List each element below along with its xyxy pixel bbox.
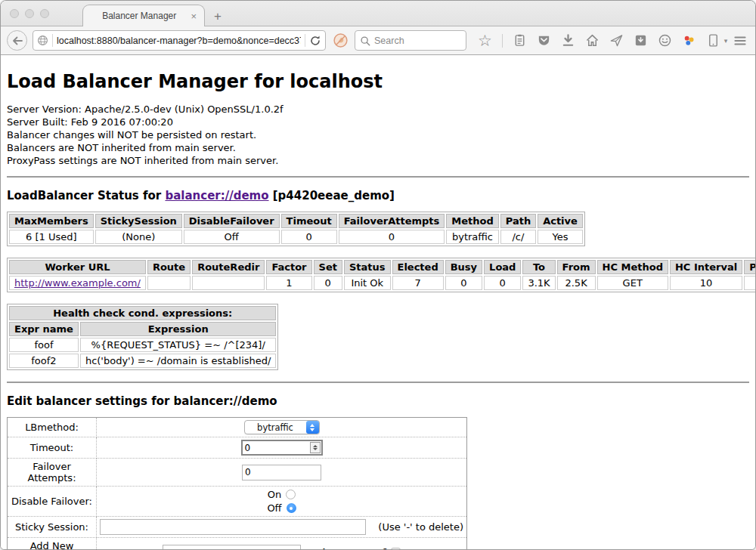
search-bar[interactable]: Search <box>355 30 466 51</box>
col-from: From <box>557 260 596 274</box>
proxypass-notice-line: ProxyPass settings are NOT inherited fro… <box>7 154 749 167</box>
cell-to: 3.1K <box>522 276 555 290</box>
search-icon <box>360 36 370 46</box>
device-tablet-icon[interactable] <box>706 33 720 48</box>
col-routeredir: RouteRedir <box>192 260 265 274</box>
worker-url-link[interactable]: http://www.example.com/ <box>14 277 141 289</box>
back-button[interactable] <box>7 30 27 51</box>
col-expr-name: Expr name <box>9 322 79 336</box>
table-header-row: Expr name Expression <box>9 322 276 336</box>
sticky-session-input[interactable] <box>100 519 366 535</box>
new-tab-button[interactable]: + <box>205 10 231 26</box>
tab-close-icon[interactable]: × <box>189 11 198 21</box>
lbmethod-label: LBmethod: <box>8 418 97 437</box>
pocket-icon[interactable] <box>537 33 551 48</box>
health-table-title: Health check cond. expressions: <box>9 306 276 320</box>
add-new-worker-input[interactable] <box>163 545 301 550</box>
table-title-row: Health check cond. expressions: <box>9 306 276 320</box>
are-you-sure-group: Are you sure? <box>321 546 401 550</box>
send-plane-icon[interactable] <box>609 33 624 48</box>
timeout-input[interactable]: 0 <box>241 440 323 456</box>
form-row-lbmethod: LBmethod: bytraffic <box>8 418 467 437</box>
form-row-sticky-session: Sticky Session: (Use '-' to delete) <box>8 517 467 538</box>
cell-method: bytraffic <box>446 230 498 244</box>
cell-worker-url: http://www.example.com/ <box>9 276 146 290</box>
cell-routeredir <box>192 276 265 290</box>
url-bar[interactable]: localhost:8880/balancer-manager?b=demo&n… <box>33 30 326 51</box>
minimize-window-button[interactable] <box>25 9 34 18</box>
inherit-notice-line: Balancers are NOT inherited from main se… <box>7 141 749 154</box>
reading-list-icon[interactable] <box>513 33 527 48</box>
col-active: Active <box>538 214 583 228</box>
add-new-worker-label: Add New Worker: <box>8 538 97 550</box>
col-disablefailover: DisableFailover <box>184 214 280 228</box>
downloads-icon[interactable] <box>561 33 575 48</box>
cell-status: Init Ok <box>344 276 391 290</box>
server-version-line: Server Version: Apache/2.5.0-dev (Unix) … <box>7 103 749 116</box>
balancer-demo-link[interactable]: balancer://demo <box>165 189 268 202</box>
toolbar-separator <box>502 34 503 48</box>
cell-set: 0 <box>314 276 342 290</box>
zoom-window-button[interactable] <box>40 9 49 18</box>
server-built-line: Server Built: Feb 9 2016 07:00:20 <box>7 116 749 128</box>
form-row-timeout: Timeout: 0 <box>8 437 467 459</box>
cell-hc-interval: 10 <box>670 276 742 290</box>
disable-failover-off-radio[interactable] <box>287 503 296 513</box>
failover-attempts-input[interactable] <box>242 465 321 480</box>
back-arrow-icon <box>11 35 23 47</box>
cell-path: /c/ <box>500 230 536 244</box>
col-route: Route <box>147 260 191 274</box>
reload-icon[interactable] <box>309 35 321 47</box>
content-blocker-icon[interactable] <box>331 32 349 50</box>
window-controls <box>10 9 49 18</box>
table-row: 6 [1 Used] (None) Off 0 0 bytraffic /c/ … <box>9 230 583 244</box>
cell-elected: 7 <box>392 276 444 290</box>
cell-factor: 1 <box>266 276 311 290</box>
select-stepper-icon <box>306 421 319 434</box>
page-title: Load Balancer Manager for localhost <box>7 71 749 92</box>
col-stickysession: StickySession <box>95 214 182 228</box>
lbmethod-select[interactable]: bytraffic <box>244 420 320 434</box>
col-maxmembers: MaxMembers <box>9 214 94 228</box>
search-placeholder: Search <box>374 36 404 46</box>
navigation-toolbar: localhost:8880/balancer-manager?b=demo&n… <box>1 26 755 55</box>
feedback-smiley-icon[interactable] <box>658 33 672 48</box>
menu-hamburger-icon[interactable] <box>733 33 748 48</box>
col-method: Method <box>446 214 498 228</box>
col-set: Set <box>314 260 342 274</box>
status-heading: LoadBalancer Status for balancer://demo … <box>7 189 749 202</box>
cell-busy: 0 <box>445 276 482 290</box>
col-passes: Passes <box>744 260 755 274</box>
col-failoverattempts: FailoverAttempts <box>339 214 445 228</box>
table-header-row: MaxMembers StickySession DisableFailover… <box>9 214 583 228</box>
home-icon[interactable] <box>585 33 600 48</box>
section-divider <box>7 382 749 383</box>
cell-from: 2.5K <box>557 276 596 290</box>
cell-passes: 1 (0) <box>744 276 755 290</box>
form-row-add-worker: Add New Worker: Are you sure? <box>8 538 467 550</box>
tab-balancer-manager[interactable]: Balancer Manager × <box>82 5 205 26</box>
close-window-button[interactable] <box>10 9 19 18</box>
tab-title: Balancer Manager <box>89 11 189 21</box>
colored-dots-addon-icon[interactable] <box>682 33 696 48</box>
cell-expr-name: foof <box>9 338 79 352</box>
col-factor: Factor <box>266 260 311 274</box>
download-box-icon[interactable] <box>634 33 648 48</box>
health-row: foof %{REQUEST_STATUS} =~ /^[234]/ <box>9 338 276 352</box>
cell-expression: %{REQUEST_STATUS} =~ /^[234]/ <box>80 338 277 352</box>
section-divider <box>7 176 749 178</box>
bookmark-star-icon[interactable]: ☆ <box>478 32 492 48</box>
url-text[interactable]: localhost:8880/balancer-manager?b=demo&n… <box>57 36 301 46</box>
tab-bar: Balancer Manager × + <box>1 1 755 26</box>
number-spinner-icon[interactable] <box>310 442 321 453</box>
cell-disablefailover: Off <box>184 230 280 244</box>
health-check-table: Health check cond. expressions: Expr nam… <box>7 304 278 370</box>
browser-window: Balancer Manager × + localhost:8880/bala… <box>0 0 756 550</box>
cell-failoverattempts: 0 <box>339 230 445 244</box>
are-you-sure-checkbox[interactable] <box>391 548 401 550</box>
blocked-circle-icon <box>333 32 349 48</box>
device-menu-caret-icon[interactable]: ▾ <box>724 37 728 45</box>
col-to: To <box>522 260 555 274</box>
col-busy: Busy <box>445 260 482 274</box>
disable-failover-on-radio[interactable] <box>286 490 296 499</box>
